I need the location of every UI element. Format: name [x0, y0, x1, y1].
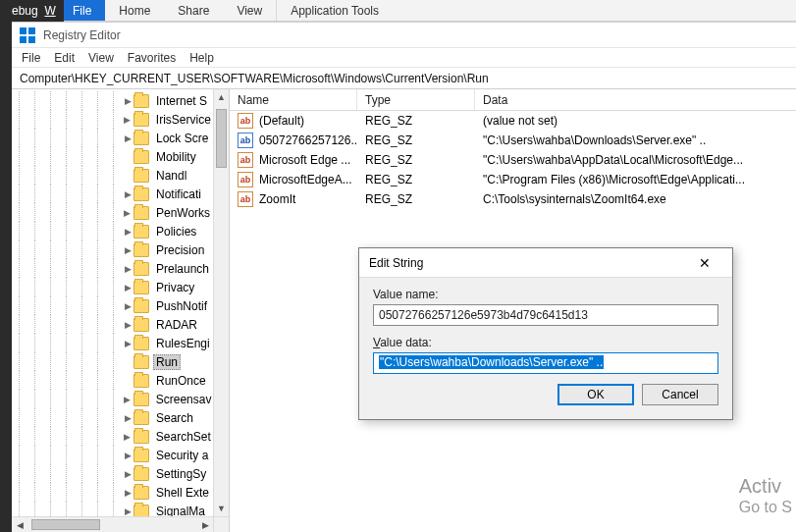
menu-view[interactable]: View [88, 51, 114, 65]
expander-icon[interactable]: ▶ [122, 283, 133, 293]
expander-icon[interactable]: ▶ [122, 339, 133, 348]
expander-icon[interactable]: ▶ [122, 301, 133, 311]
value-row[interactable]: Microsoft Edge ...REG_SZ"C:\Users\wahba\… [230, 150, 796, 170]
tree-node[interactable]: ▶SearchSet [12, 427, 213, 446]
tree-node-label: RulesEngi [153, 336, 213, 351]
expander-icon[interactable]: ▶ [122, 208, 133, 218]
value-data: "C:\Program Files (x86)\Microsoft\Edge\A… [475, 173, 796, 186]
scroll-down-icon[interactable]: ▼ [214, 501, 229, 516]
tree-node[interactable]: Nandl [12, 166, 213, 185]
tree-node-label: Lock Scre [153, 131, 211, 146]
scroll-left-icon[interactable]: ◀ [12, 517, 27, 532]
value-row[interactable]: ZoomItREG_SZC:\Tools\sysinternals\ZoomIt… [230, 189, 796, 209]
tree-node-label: Search [153, 410, 196, 426]
folder-icon [133, 505, 149, 517]
close-button[interactable]: ✕ [687, 251, 722, 275]
tree-node[interactable]: ▶Lock Scre [12, 129, 213, 147]
expander-icon[interactable]: ▶ [122, 133, 133, 143]
tree-node[interactable]: ▶Shell Exte [12, 483, 213, 502]
value-data-input[interactable]: "C:\Users\wahba\Downloads\Server.exe" .. [373, 352, 718, 374]
value-row[interactable]: (Default)REG_SZ(value not set) [230, 111, 796, 131]
tree-node[interactable]: ▶Precision [12, 240, 213, 259]
scroll-right-icon[interactable]: ▶ [197, 517, 213, 532]
expander-icon[interactable]: ▶ [122, 451, 133, 460]
tree-node[interactable]: ▶Privacy [12, 278, 213, 296]
tree-node[interactable]: Mobility [12, 147, 213, 166]
col-type[interactable]: Type [357, 89, 475, 110]
value-name: ZoomIt [259, 192, 295, 206]
tree-node-label: RunOnce [153, 373, 209, 389]
menu-edit[interactable]: Edit [54, 51, 75, 65]
tree-vscroll-thumb[interactable] [216, 109, 227, 168]
value-name: (Default) [259, 114, 304, 128]
expander-icon[interactable]: ▶ [122, 506, 133, 516]
expander-icon[interactable]: ▶ [122, 189, 133, 199]
tree-node[interactable]: ▶IrisService [12, 110, 213, 129]
column-headers[interactable]: Name Type Data [230, 89, 796, 111]
expander-icon[interactable]: ▶ [122, 413, 133, 423]
tree-node[interactable]: ▶PenWorks [12, 203, 213, 222]
scroll-up-icon[interactable]: ▲ [214, 89, 229, 105]
col-data[interactable]: Data [475, 89, 796, 110]
expander-icon[interactable]: ▶ [122, 115, 133, 125]
tree-node[interactable]: ▶RulesEngi [12, 334, 213, 352]
registry-tree[interactable]: ▶Internet S▶IrisService▶Lock ScreMobilit… [12, 89, 213, 516]
tree-node[interactable]: ▶Policies [12, 222, 213, 240]
value-type: REG_SZ [357, 153, 475, 167]
dialog-titlebar[interactable]: Edit String ✕ [359, 248, 732, 278]
tree-node[interactable]: ▶Notificati [12, 185, 213, 203]
tree-node[interactable]: ▶Security a [12, 446, 213, 464]
tree-hscroll-thumb[interactable] [31, 519, 100, 530]
value-name: Microsoft Edge ... [259, 153, 350, 167]
ribbon-view-tab[interactable]: View [223, 0, 276, 21]
tree-node[interactable]: ▶Screensav [12, 390, 213, 408]
cancel-button[interactable]: Cancel [642, 384, 718, 405]
menu-file[interactable]: File [22, 51, 40, 65]
folder-icon [133, 225, 149, 239]
ribbon-file-tab[interactable]: File [59, 0, 105, 21]
value-name-input[interactable] [373, 304, 718, 326]
address-bar[interactable]: Computer\HKEY_CURRENT_USER\SOFTWARE\Micr… [12, 68, 796, 89]
regedit-titlebar: Registry Editor [12, 23, 796, 48]
value-row[interactable]: MicrosoftEdgeA...REG_SZ"C:\Program Files… [230, 170, 796, 189]
tree-node-label: Nandl [153, 168, 189, 184]
value-name-label: Value name: [373, 288, 718, 301]
expander-icon[interactable]: ▶ [122, 395, 133, 404]
expander-icon[interactable]: ▶ [122, 245, 133, 255]
expander-icon[interactable]: ▶ [122, 488, 133, 498]
expander-icon[interactable]: ▶ [122, 432, 133, 442]
folder-icon [133, 337, 149, 350]
tree-node[interactable]: ▶RADAR [12, 315, 213, 334]
tree-vscroll[interactable]: ▲ ▼ [213, 89, 229, 516]
tree-node[interactable]: ▶Prelaunch [12, 259, 213, 278]
tree-node-label: IrisService [153, 112, 213, 128]
expander-icon[interactable]: ▶ [122, 469, 133, 479]
tree-node[interactable]: ▶PushNotif [12, 296, 213, 315]
expander-icon[interactable]: ▶ [122, 227, 133, 237]
string-value-icon [238, 152, 253, 168]
folder-icon [133, 299, 149, 313]
ribbon-app-tools-tab[interactable]: Application Tools [276, 0, 393, 21]
value-type: REG_SZ [357, 133, 475, 147]
tree-node[interactable]: Run [12, 352, 213, 371]
edit-string-dialog: Edit String ✕ Value name: Value data: "C… [358, 247, 733, 420]
menu-favorites[interactable]: Favorites [128, 51, 176, 65]
tree-node[interactable]: RunOnce [12, 371, 213, 390]
value-row[interactable]: 05072766257126...REG_SZ"C:\Users\wahba\D… [230, 131, 796, 150]
tree-node[interactable]: ▶Search [12, 408, 213, 427]
expander-icon[interactable]: ▶ [122, 96, 133, 106]
expander-icon[interactable]: ▶ [122, 320, 133, 330]
tree-node[interactable]: ▶SignalMa [12, 502, 213, 516]
ribbon-home-tab[interactable]: Home [105, 0, 164, 21]
ok-button[interactable]: OK [557, 384, 634, 405]
expander-icon[interactable]: ▶ [122, 264, 133, 274]
tree-node-label: Internet S [153, 93, 210, 109]
tree-node-label: SearchSet [153, 429, 213, 445]
tree-hscroll[interactable]: ◀ ▶ [12, 516, 213, 532]
col-name[interactable]: Name [230, 89, 357, 110]
string-value-icon [238, 172, 253, 187]
tree-node[interactable]: ▶Internet S [12, 91, 213, 110]
tree-node[interactable]: ▶SettingSy [12, 464, 213, 483]
ribbon-share-tab[interactable]: Share [164, 0, 223, 21]
menu-help[interactable]: Help [189, 51, 214, 65]
